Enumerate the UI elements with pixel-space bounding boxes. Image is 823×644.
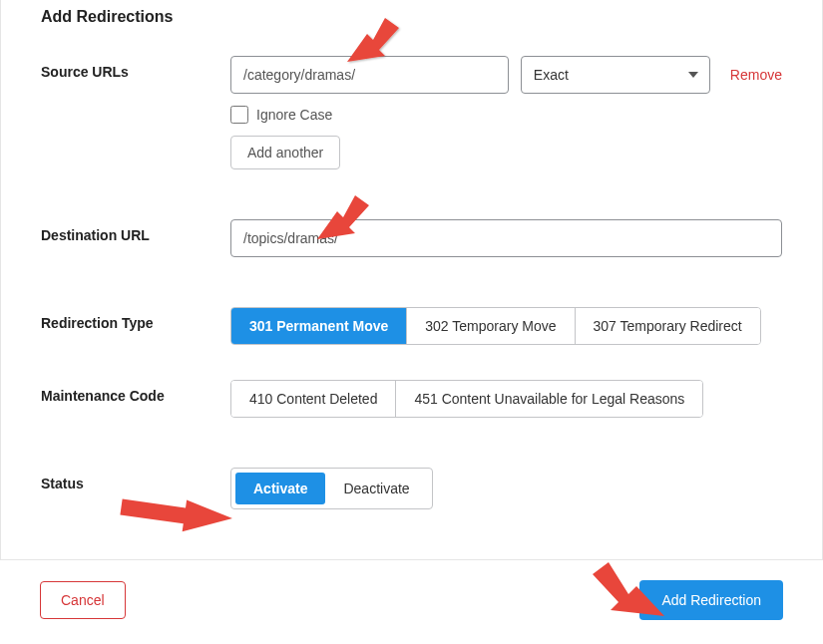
maintenance-code-group: 410 Content Deleted 451 Content Unavaila… xyxy=(230,380,703,418)
row-status: Status Activate Deactivate xyxy=(1,458,822,519)
status-activate[interactable]: Activate xyxy=(235,473,325,504)
label-destination-url: Destination URL xyxy=(41,219,230,243)
ignore-case-row[interactable]: Ignore Case xyxy=(230,106,782,124)
source-url-input[interactable] xyxy=(230,56,509,94)
redirection-type-group: 301 Permanent Move 302 Temporary Move 30… xyxy=(230,307,761,345)
redirection-type-302[interactable]: 302 Temporary Move xyxy=(407,308,575,344)
ignore-case-label: Ignore Case xyxy=(256,107,332,123)
label-status: Status xyxy=(41,468,230,491)
add-another-wrap: Add another xyxy=(230,136,782,169)
redirection-type-307[interactable]: 307 Temporary Redirect xyxy=(576,308,760,344)
redirections-form-panel: Add Redirections Source URLs Exact Remov… xyxy=(0,0,823,559)
status-deactivate[interactable]: Deactivate xyxy=(325,473,427,504)
redirection-type-301[interactable]: 301 Permanent Move xyxy=(231,308,407,344)
status-group: Activate Deactivate xyxy=(230,468,433,509)
label-source-urls: Source URLs xyxy=(41,56,230,80)
ignore-case-checkbox[interactable] xyxy=(230,106,248,124)
footer-bar: Cancel Add Redirection xyxy=(0,559,823,640)
destination-controls xyxy=(230,219,782,257)
label-redirection-type: Redirection Type xyxy=(41,307,230,331)
label-maintenance-code: Maintenance Code xyxy=(41,380,230,404)
row-redirection-type: Redirection Type 301 Permanent Move 302 … xyxy=(1,297,822,355)
match-type-select[interactable]: Exact xyxy=(521,56,710,94)
source-urls-controls: Exact Remove Ignore Case Add another xyxy=(230,56,782,169)
maintenance-code-410[interactable]: 410 Content Deleted xyxy=(231,381,396,417)
row-source-urls: Source URLs Exact Remove Ignore Case Add… xyxy=(1,46,822,179)
redirection-type-controls: 301 Permanent Move 302 Temporary Move 30… xyxy=(230,307,782,345)
add-another-button[interactable]: Add another xyxy=(230,136,340,169)
source-input-line: Exact Remove xyxy=(230,56,782,94)
add-redirection-button[interactable]: Add Redirection xyxy=(639,580,783,620)
row-destination-url: Destination URL xyxy=(1,209,822,267)
status-controls: Activate Deactivate xyxy=(230,468,782,509)
maintenance-code-controls: 410 Content Deleted 451 Content Unavaila… xyxy=(230,380,782,418)
cancel-button[interactable]: Cancel xyxy=(40,581,126,619)
destination-url-input[interactable] xyxy=(230,219,782,257)
page-title: Add Redirections xyxy=(1,0,822,46)
match-type-wrap: Exact xyxy=(521,56,710,94)
maintenance-code-451[interactable]: 451 Content Unavailable for Legal Reason… xyxy=(396,381,702,417)
remove-source-link[interactable]: Remove xyxy=(730,67,782,83)
row-maintenance-code: Maintenance Code 410 Content Deleted 451… xyxy=(1,370,822,428)
